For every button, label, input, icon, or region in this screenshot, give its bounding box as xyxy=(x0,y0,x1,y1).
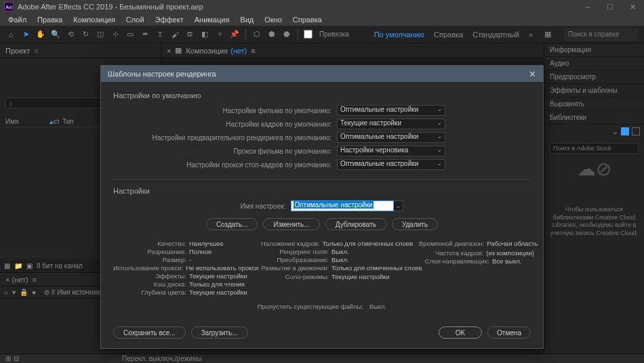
info-row: Частота кадров:(из композиции) xyxy=(419,249,534,257)
delete-button[interactable]: Удалить xyxy=(392,218,438,230)
default-select-3[interactable]: Настройки черновика xyxy=(337,146,445,156)
dialog-title: Шаблоны настроек рендеринга xyxy=(108,70,216,78)
defaults-section-title: Настройки по умолчанию xyxy=(113,91,531,100)
settings-name-input[interactable]: Оптимальные настройки xyxy=(291,200,394,211)
info-row: Качество:Наилучшее xyxy=(113,240,249,247)
info-row: Размытие в движении:Только для отмеченны… xyxy=(261,264,407,272)
settings-name-dropdown-icon[interactable]: ⌄ xyxy=(394,200,403,211)
info-row: Рендеринг поля:Выкл. xyxy=(261,248,407,255)
info-row: Размер:- xyxy=(113,256,249,263)
default-label-4: Настройки прокси стоп-кадров по умолчани… xyxy=(113,161,337,169)
info-row: Соло-режимы:Текущие настройки xyxy=(261,273,407,280)
settings-section-title: Настройки xyxy=(113,187,531,195)
create-button[interactable]: Создать... xyxy=(206,218,258,230)
skip-files-label: Пропустить существующие файлы: xyxy=(258,303,363,310)
settings-name-label: Имя настроек: xyxy=(241,202,286,210)
info-row: Глубина цвета:Текущие настройки xyxy=(113,289,249,296)
info-row: Временной диапазон:Рабочая область xyxy=(419,240,534,247)
default-select-4[interactable]: Оптимальные настройки xyxy=(337,159,445,170)
ok-button[interactable]: OK xyxy=(439,326,482,339)
render-settings-templates-dialog: Шаблоны настроек рендеринга ✕ Настройки … xyxy=(100,65,544,349)
skip-files-value: Выкл. xyxy=(369,303,387,310)
default-label-2: Настройки предварительного рендеринга по… xyxy=(113,134,337,142)
default-label-1: Настройки кадров по умолчанию: xyxy=(113,121,337,128)
info-row: Разрешение:Полное xyxy=(113,248,249,255)
default-select-1[interactable]: Текущие настройки xyxy=(337,119,445,129)
info-row: Эффекты:Текущие настройки xyxy=(113,272,249,280)
duplicate-button[interactable]: Дублировать xyxy=(325,218,386,230)
info-row: Наложение кадров:Только для отмеченных с… xyxy=(261,240,407,247)
default-label-3: Прокси фильма по умолчанию: xyxy=(113,148,337,155)
default-select-2[interactable]: Оптимальные настройки xyxy=(337,132,445,143)
edit-button[interactable]: Изменить... xyxy=(263,218,319,230)
load-button[interactable]: Загрузить... xyxy=(191,326,248,339)
info-row: Преобразование:Выкл. xyxy=(261,256,407,263)
default-label-0: Настройки фильма по умолчанию: xyxy=(113,107,337,114)
info-row: Кэш диска:Только для чтения xyxy=(113,280,249,288)
save-all-button[interactable]: Сохранить все... xyxy=(113,326,186,339)
cancel-button[interactable]: Отмена xyxy=(487,326,531,339)
info-row: Использование прокси:Не использовать про… xyxy=(113,264,249,272)
info-row: Слои направляющих:Все выкл. xyxy=(419,257,534,265)
separator xyxy=(113,179,531,180)
dialog-close-button[interactable]: ✕ xyxy=(529,69,536,79)
default-select-0[interactable]: Оптимальные настройки xyxy=(337,105,445,116)
